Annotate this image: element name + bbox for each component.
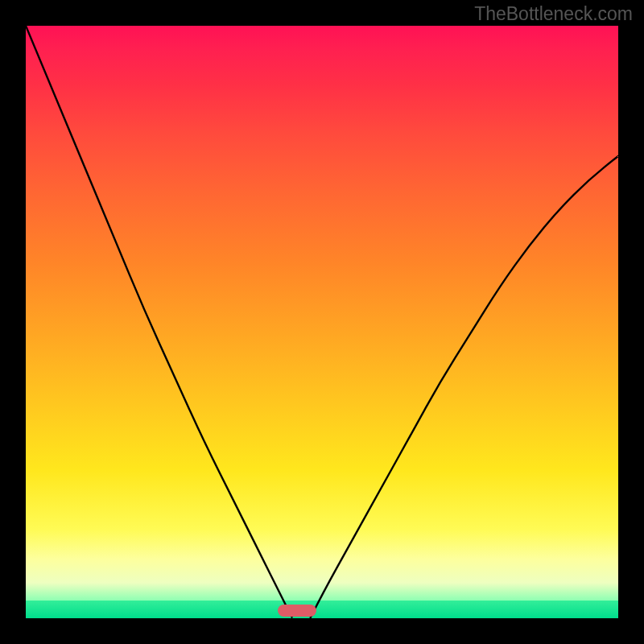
optimal-marker bbox=[278, 605, 316, 617]
curve-right-branch bbox=[310, 156, 618, 618]
chart-container: TheBottleneck.com bbox=[0, 0, 644, 644]
bottleneck-curve bbox=[26, 26, 618, 618]
curve-left-branch bbox=[26, 26, 292, 618]
watermark-text: TheBottleneck.com bbox=[474, 3, 633, 25]
plot-area bbox=[26, 26, 618, 618]
